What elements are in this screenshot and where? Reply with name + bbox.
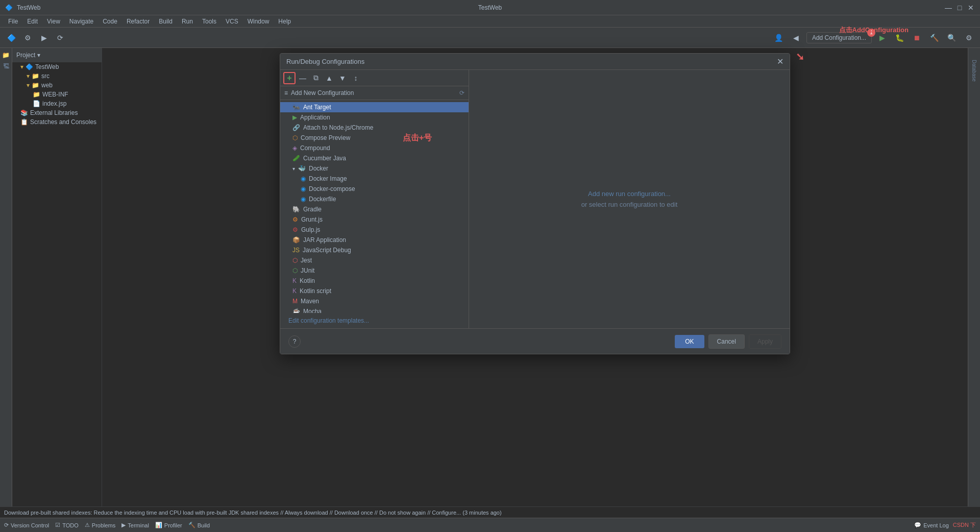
tree-web[interactable]: ▾ 📁 web bbox=[12, 81, 102, 90]
folder-icon-web: ▾ bbox=[27, 82, 30, 89]
tree-scratches[interactable]: 📋 Scratches and Consoles bbox=[12, 117, 102, 127]
config-item-jest[interactable]: ⬡ Jest bbox=[280, 255, 469, 265]
dialog-close-button[interactable]: ✕ bbox=[777, 58, 783, 66]
docker-label: Docker bbox=[309, 165, 328, 172]
config-item-dockerfile[interactable]: ◉ Dockerfile bbox=[280, 194, 469, 204]
menu-file[interactable]: File bbox=[4, 17, 22, 26]
config-item-ant-target[interactable]: 🐜 Ant Target bbox=[280, 102, 469, 112]
toolbar-nav-back[interactable]: ◀ bbox=[789, 31, 803, 45]
config-move-up-button[interactable]: ▲ bbox=[323, 72, 335, 84]
tree-webinf[interactable]: 📁 WEB-INF bbox=[12, 90, 102, 99]
help-button[interactable]: ? bbox=[288, 335, 301, 348]
config-remove-button[interactable]: — bbox=[297, 72, 309, 84]
menu-edit[interactable]: Edit bbox=[23, 17, 42, 26]
maximize-button[interactable]: □ bbox=[955, 4, 964, 12]
menu-window[interactable]: Window bbox=[243, 17, 274, 26]
tree-src[interactable]: ▾ 📁 src bbox=[12, 71, 102, 81]
toolbar-settings-btn[interactable]: ⚙ bbox=[962, 31, 976, 45]
toolbar-stop-btn[interactable]: ⏹ bbox=[910, 31, 924, 45]
menu-code[interactable]: Code bbox=[99, 17, 121, 26]
config-item-jar[interactable]: 📦 JAR Application bbox=[280, 235, 469, 245]
menu-run[interactable]: Run bbox=[178, 17, 197, 26]
menu-vcs[interactable]: VCS bbox=[222, 17, 242, 26]
config-item-gulp[interactable]: ⚙ Gulp.js bbox=[280, 225, 469, 235]
config-item-kotlin-script[interactable]: K Kotlin script bbox=[280, 286, 469, 296]
jest-label: Jest bbox=[301, 257, 312, 264]
status-profiler[interactable]: 📊 Profiler bbox=[155, 522, 182, 528]
menu-help[interactable]: Help bbox=[274, 17, 295, 26]
project-icon-btn[interactable]: 📁 bbox=[1, 50, 11, 60]
config-item-js-debug[interactable]: JS JavaScript Debug bbox=[280, 245, 469, 255]
minimize-button[interactable]: — bbox=[944, 4, 952, 12]
build-label: Build bbox=[198, 522, 210, 528]
tree-label-testweb: TestWeb bbox=[35, 63, 59, 70]
dialog-footer: ? OK Cancel Apply bbox=[280, 328, 790, 354]
toolbar-project-btn[interactable]: 🔷 bbox=[4, 31, 18, 45]
right-vert-strip: Database bbox=[968, 48, 980, 506]
status-event-log[interactable]: 💬 Event Log bbox=[914, 522, 949, 528]
config-item-maven[interactable]: M Maven bbox=[280, 296, 469, 306]
close-button[interactable]: ✕ bbox=[967, 4, 975, 12]
menu-view[interactable]: View bbox=[43, 17, 64, 26]
ok-button[interactable]: OK bbox=[675, 335, 704, 348]
cucumber-label: Cucumber Java bbox=[303, 155, 346, 162]
status-terminal[interactable]: ▶ Terminal bbox=[121, 522, 149, 528]
status-build[interactable]: 🔨 Build bbox=[188, 522, 210, 528]
vc-label: Version Control bbox=[11, 522, 49, 528]
status-todo[interactable]: ☑ TODO bbox=[55, 522, 79, 528]
status-right: 💬 Event Log CSDN 下 bbox=[914, 521, 976, 529]
problems-label: Problems bbox=[92, 522, 115, 528]
tree-testweb[interactable]: ▾ 🔷 TestWeb bbox=[12, 62, 102, 71]
toolbar-btn-2[interactable]: ▶ bbox=[37, 31, 51, 45]
tree-label-webinf: WEB-INF bbox=[42, 91, 68, 98]
db-btn[interactable]: Database bbox=[969, 50, 979, 91]
title-bar-controls: — □ ✕ bbox=[944, 4, 975, 12]
project-dropdown[interactable]: ▾ bbox=[37, 52, 40, 59]
config-copy-button[interactable]: ⧉ bbox=[310, 72, 322, 84]
config-list: 🐜 Ant Target ▶ Application 🔗 Attach to N… bbox=[280, 100, 469, 313]
menu-refactor[interactable]: Refactor bbox=[122, 17, 154, 26]
menu-tools[interactable]: Tools bbox=[198, 17, 220, 26]
config-item-compound[interactable]: ◈ Compound bbox=[280, 143, 469, 153]
tree-external-libs[interactable]: 📚 External Libraries bbox=[12, 108, 102, 117]
ant-icon: 🐜 bbox=[292, 104, 300, 111]
config-item-docker-compose[interactable]: ◉ Docker-compose bbox=[280, 184, 469, 194]
config-item-mocha[interactable]: ☕ Mocha bbox=[280, 306, 469, 313]
menu-build[interactable]: Build bbox=[155, 17, 177, 26]
config-item-application[interactable]: ▶ Application bbox=[280, 112, 469, 123]
apply-button[interactable]: Apply bbox=[749, 334, 781, 349]
menu-navigate[interactable]: Navigate bbox=[65, 17, 97, 26]
status-version-control[interactable]: ⟳ Version Control bbox=[4, 522, 49, 528]
config-item-compose-preview[interactable]: ⬡ Compose Preview bbox=[280, 133, 469, 143]
title-bar: 🔷 TestWeb TestWeb — □ ✕ bbox=[0, 0, 980, 15]
config-item-docker-image[interactable]: ◉ Docker Image bbox=[280, 174, 469, 184]
tree-root: ▾ 🔷 TestWeb ▾ 📁 src ▾ 📁 web 📁 WEB-INF 📄 … bbox=[12, 62, 102, 127]
toolbar-user-btn[interactable]: 👤 bbox=[772, 31, 786, 45]
right-panel: Add new run configuration... or select r… bbox=[469, 70, 790, 328]
toolbar-btn-3[interactable]: ⟳ bbox=[53, 31, 67, 45]
config-item-attach-node[interactable]: 🔗 Attach to Node.js/Chrome bbox=[280, 123, 469, 133]
config-item-grunt[interactable]: ⚙ Grunt.js bbox=[280, 214, 469, 225]
config-item-junit[interactable]: ⬡ JUnit bbox=[280, 265, 469, 276]
maven-label: Maven bbox=[301, 298, 319, 305]
add-run-config-hint[interactable]: Add new run configuration... bbox=[588, 190, 671, 198]
config-move-down-button[interactable]: ▼ bbox=[336, 72, 349, 84]
config-item-docker[interactable]: ▾ 🐳 Docker bbox=[280, 163, 469, 174]
tree-indexjsp[interactable]: 📄 index.jsp bbox=[12, 99, 102, 108]
edit-templates-link[interactable]: Edit configuration templates... bbox=[284, 315, 373, 326]
config-item-cucumber[interactable]: 🥒 Cucumber Java bbox=[280, 153, 469, 163]
config-add-button[interactable]: + bbox=[283, 72, 296, 84]
grunt-icon: ⚙ bbox=[292, 216, 298, 223]
junit-icon: ⬡ bbox=[292, 267, 298, 274]
toolbar-search-btn[interactable]: 🔍 bbox=[944, 31, 959, 45]
config-item-gradle[interactable]: 🐘 Gradle bbox=[280, 204, 469, 214]
toolbar-btn-1[interactable]: ⚙ bbox=[20, 31, 35, 45]
structure-icon-btn[interactable]: 🏗 bbox=[1, 61, 11, 71]
status-problems[interactable]: ⚠ Problems bbox=[85, 522, 115, 528]
config-sort-button[interactable]: ↕ bbox=[350, 72, 362, 84]
config-item-kotlin[interactable]: K Kotlin bbox=[280, 276, 469, 286]
js-icon: JS bbox=[292, 247, 300, 254]
jar-label: JAR Application bbox=[303, 236, 346, 244]
toolbar-build-btn[interactable]: 🔨 bbox=[927, 31, 941, 45]
cancel-button[interactable]: Cancel bbox=[708, 334, 745, 349]
